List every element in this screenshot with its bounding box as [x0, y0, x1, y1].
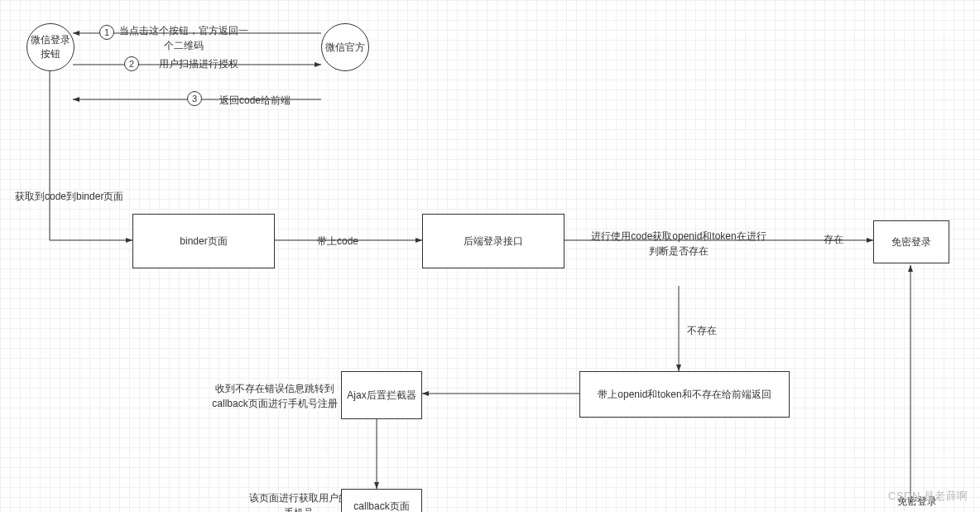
- edge-label-step3: 返回code给前端: [205, 93, 305, 108]
- node-ajax-interceptor: Ajax后置拦截器: [341, 371, 422, 419]
- node-wechat-login-button: 微信登录按钮: [26, 23, 74, 71]
- node-label: 微信登录按钮: [27, 33, 74, 61]
- edge-label-step2: 用户扫描进行授权: [141, 56, 257, 71]
- diagram-canvas: 微信登录按钮 微信官方 1 2 3 当点击这个按钮，官方返回一个二维码 用户扫描…: [0, 0, 980, 512]
- node-callback-page: callback页面: [341, 489, 422, 512]
- step-number-1: 1: [99, 25, 114, 40]
- node-backend-login-api: 后端登录接口: [422, 214, 564, 268]
- node-label: callback页面: [353, 500, 409, 512]
- node-label: binder页面: [180, 234, 227, 249]
- step-number-3: 3: [187, 91, 202, 106]
- edge-label-got-code: 获取到code到binder页面: [15, 189, 131, 204]
- edge-label-use-code: 进行使用code获取openid和token在进行判断是否存在: [588, 229, 770, 258]
- node-label: 后端登录接口: [464, 234, 523, 249]
- watermark: CSDN 是老薛啊: [888, 489, 968, 504]
- node-wechat-official: 微信官方: [321, 23, 369, 71]
- edge-label-exists: 存在: [813, 232, 854, 247]
- edge-label-got-notexist: 收到不存在错误信息跳转到callback页面进行手机号注册: [209, 381, 341, 411]
- node-return-openid-token: 带上openid和token和不存在给前端返回: [579, 371, 790, 418]
- edge-label-step1: 当点击这个按钮，官方返回一个二维码: [118, 23, 250, 53]
- node-label: Ajax后置拦截器: [347, 389, 416, 403]
- node-label: 微信官方: [325, 41, 365, 55]
- node-passwordless-login: 免密登录: [873, 220, 949, 263]
- node-binder-page: binder页面: [132, 214, 275, 268]
- edge-label-get-phone: 该页面进行获取用户的手机号: [245, 490, 353, 512]
- edge-label-not-exists: 不存在: [687, 323, 737, 338]
- edge-label-with-code: 带上code: [305, 234, 371, 249]
- node-label: 带上openid和token和不存在给前端返回: [598, 388, 771, 402]
- node-label: 免密登录: [891, 235, 931, 249]
- step-number-2: 2: [124, 56, 139, 71]
